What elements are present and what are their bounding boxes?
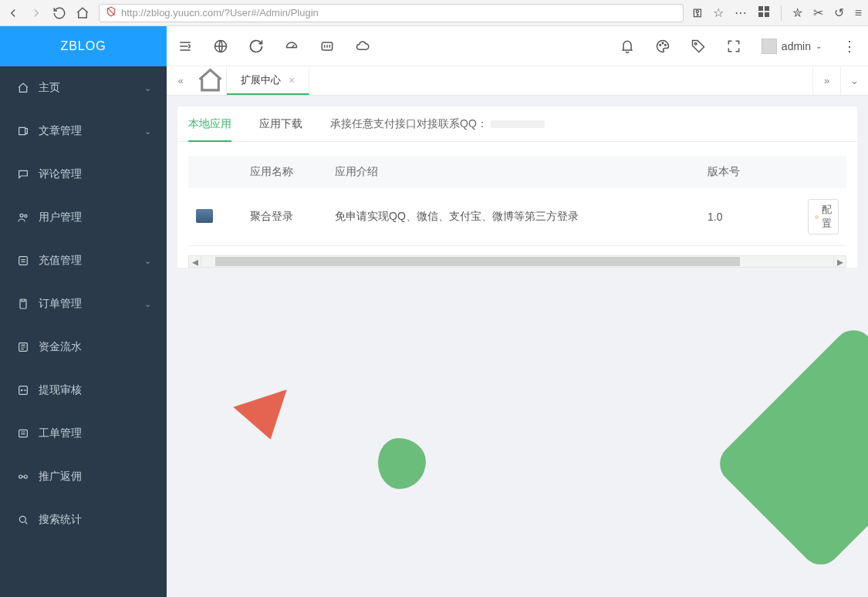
table-row: 聚合登录免申请实现QQ、微信、支付宝、微博等第三方登录1.0配置 <box>188 188 846 246</box>
tabs-dropdown[interactable]: ⌄ <box>840 66 868 95</box>
key-icon[interactable]: ⚿ <box>693 8 702 19</box>
card: 本地应用 应用下载 承接任意支付接口对接联系QQ： 应用名称 应用介绍 <box>177 106 857 268</box>
cloud-icon[interactable] <box>355 39 370 54</box>
masked-value <box>491 120 545 128</box>
undo-icon[interactable]: ↺ <box>834 5 844 20</box>
sidebar-item-3[interactable]: 用户管理 <box>0 196 167 239</box>
star-icon[interactable]: ☆ <box>713 5 724 20</box>
plugin-table: 应用名称 应用介绍 版本号 聚合登录免申请实现QQ、微信、支付宝、微博等第三方登… <box>188 156 846 246</box>
sidebar-item-8[interactable]: 工单管理 <box>0 412 167 455</box>
menu-icon[interactable]: ≡ <box>855 6 862 20</box>
sidebar-item-label: 评论管理 <box>39 167 82 181</box>
configure-button[interactable]: 配置 <box>808 199 839 234</box>
sidebar-item-icon <box>17 255 29 267</box>
scroll-right-icon[interactable]: ▸ <box>833 256 846 267</box>
kebab-icon[interactable]: ⋮ <box>842 39 857 54</box>
globe-icon[interactable] <box>213 39 228 54</box>
bell-icon[interactable] <box>620 39 635 54</box>
sidebar-item-2[interactable]: 评论管理 <box>0 153 167 196</box>
home-icon[interactable] <box>76 6 90 20</box>
chevron-down-icon: ⌄ <box>144 126 151 137</box>
svg-rect-11 <box>19 430 28 437</box>
sidebar-menu: 主页⌄文章管理⌄评论管理用户管理充值管理⌄订单管理⌄资金流水提现审核工单管理推广… <box>0 66 167 597</box>
sidebar-item-icon <box>17 341 29 353</box>
th-name: 应用名称 <box>242 156 327 188</box>
svg-point-17 <box>660 44 661 46</box>
user-menu[interactable]: admin ⌄ <box>762 39 822 54</box>
inner-tab-local[interactable]: 本地应用 <box>188 106 231 141</box>
sidebar-item-label: 主页 <box>39 81 60 95</box>
svg-rect-7 <box>20 299 26 309</box>
sidebar-item-icon <box>17 514 29 526</box>
sidebar-item-icon <box>17 211 29 224</box>
chevron-down-icon: ⌄ <box>144 83 151 93</box>
sidebar-item-icon <box>17 82 29 94</box>
cell-desc: 免申请实现QQ、微信、支付宝、微博等第三方登录 <box>327 188 700 246</box>
more-icon[interactable]: ⋯ <box>735 5 747 20</box>
svg-rect-1 <box>765 6 769 11</box>
sidebar-item-10[interactable]: 搜索统计 <box>0 498 167 541</box>
sidebar-item-4[interactable]: 充值管理⌄ <box>0 239 167 282</box>
topbar: admin ⌄ ⋮ <box>167 26 868 66</box>
sidebar-item-7[interactable]: 提现审核 <box>0 369 167 412</box>
tabs-scroll-right[interactable]: » <box>812 66 840 95</box>
horizontal-scrollbar[interactable]: ◂ ▸ <box>188 255 846 268</box>
svg-rect-6 <box>19 257 28 265</box>
sidebar-item-label: 资金流水 <box>39 340 82 354</box>
sidebar-item-label: 订单管理 <box>39 297 82 311</box>
svg-point-10 <box>21 390 22 390</box>
divider <box>781 5 782 21</box>
svg-rect-0 <box>758 6 763 11</box>
tab-label: 扩展中心 <box>241 73 281 87</box>
th-ver: 版本号 <box>700 156 800 188</box>
chevron-down-icon: ⌄ <box>144 256 151 266</box>
notice-label: 承接任意支付接口对接联系QQ： <box>330 117 488 130</box>
chevron-down-icon: ⌄ <box>144 299 151 309</box>
keyboard-icon[interactable] <box>319 39 335 54</box>
collapse-icon[interactable] <box>177 39 193 54</box>
reload-icon[interactable] <box>52 6 66 20</box>
tabs-bar: « 扩展中心 × » ⌄ <box>167 66 868 96</box>
brand-logo[interactable]: ZBLOG <box>0 26 167 66</box>
dashboard-icon[interactable] <box>284 39 299 54</box>
sidebar: ZBLOG 主页⌄文章管理⌄评论管理用户管理充值管理⌄订单管理⌄资金流水提现审核… <box>0 26 167 597</box>
refresh-icon[interactable] <box>248 39 264 54</box>
app-icon <box>196 209 213 223</box>
svg-rect-2 <box>758 12 763 17</box>
apps-icon[interactable] <box>758 5 770 21</box>
inner-tab-download[interactable]: 应用下载 <box>259 106 302 141</box>
browser-right-icons: ⚿ ☆ ⋯ ✮ ✂ ↺ ≡ <box>693 5 862 21</box>
svg-point-13 <box>24 475 27 478</box>
sidebar-item-label: 提现审核 <box>39 383 82 397</box>
sidebar-item-6[interactable]: 资金流水 <box>0 325 167 369</box>
sidebar-item-9[interactable]: 推广返佣 <box>0 455 167 498</box>
url-bar[interactable]: http://zblog.yuucn.com/?User#/Admin/Plug… <box>99 4 684 22</box>
fullscreen-icon[interactable] <box>726 39 741 54</box>
sidebar-item-5[interactable]: 订单管理⌄ <box>0 282 167 325</box>
scroll-left-icon[interactable]: ◂ <box>189 256 201 267</box>
tab-home[interactable] <box>194 66 227 95</box>
sidebar-item-1[interactable]: 文章管理⌄ <box>0 110 167 153</box>
bookmark-icon[interactable]: ✮ <box>792 5 802 20</box>
sidebar-item-icon <box>17 298 29 310</box>
palette-icon[interactable] <box>655 39 670 54</box>
back-icon[interactable] <box>6 6 20 20</box>
svg-point-14 <box>19 516 25 522</box>
tag-icon[interactable] <box>691 39 706 54</box>
sidebar-item-0[interactable]: 主页⌄ <box>0 66 167 110</box>
close-icon[interactable]: × <box>289 74 295 86</box>
scissors-icon[interactable]: ✂ <box>813 5 823 20</box>
avatar <box>762 39 777 54</box>
th-desc: 应用介绍 <box>327 156 700 188</box>
svg-point-4 <box>20 214 23 217</box>
svg-point-20 <box>694 42 697 45</box>
sidebar-item-icon <box>17 427 29 440</box>
scrollbar-thumb[interactable] <box>215 257 740 266</box>
svg-rect-3 <box>765 12 769 17</box>
url-text: http://zblog.yuucn.com/?User#/Admin/Plug… <box>121 7 319 19</box>
tab-extensions[interactable]: 扩展中心 × <box>227 66 309 95</box>
shield-off-icon <box>106 6 117 19</box>
chevron-down-icon: ⌄ <box>816 42 822 50</box>
tabs-scroll-left[interactable]: « <box>167 66 194 95</box>
sidebar-item-label: 用户管理 <box>39 211 82 224</box>
